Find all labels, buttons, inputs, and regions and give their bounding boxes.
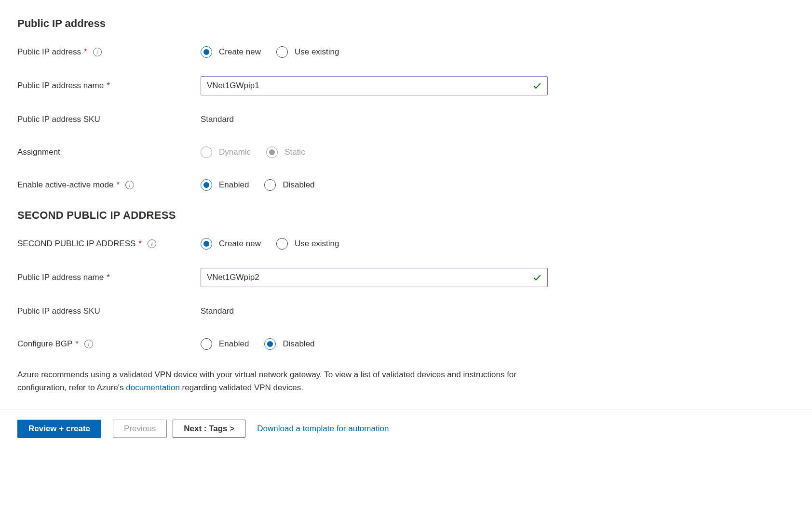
section-public-ip-title: Public IP address [17, 17, 795, 30]
public-ip-create-new-radio[interactable]: Create new [201, 46, 261, 58]
download-template-link[interactable]: Download a template for automation [257, 424, 389, 434]
radio-circle-icon [264, 179, 276, 191]
radio-circle-icon [266, 146, 278, 158]
radio-circle-icon [276, 46, 288, 58]
second-pip-name-label: Public IP address name [17, 273, 104, 282]
public-ip-use-existing-radio[interactable]: Use existing [276, 46, 339, 58]
required-marker: * [84, 47, 87, 57]
second-pip-use-existing-radio[interactable]: Use existing [276, 238, 339, 250]
public-ip-sku-label: Public IP address SKU [17, 115, 100, 124]
radio-label: Create new [219, 47, 261, 57]
assignment-static-radio: Static [266, 146, 305, 158]
radio-label: Create new [219, 239, 261, 249]
bgp-disabled-radio[interactable]: Disabled [264, 338, 314, 350]
radio-circle-icon [201, 238, 212, 250]
configure-bgp-label: Configure BGP [17, 339, 72, 349]
radio-circle-icon [201, 338, 212, 350]
review-create-button[interactable]: Review + create [17, 420, 101, 438]
info-icon[interactable] [148, 239, 156, 248]
info-paragraph: Azure recommends using a validated VPN d… [17, 368, 543, 394]
active-active-disabled-radio[interactable]: Disabled [264, 179, 314, 191]
public-ip-name-label: Public IP address name [17, 81, 104, 91]
wizard-footer: Review + create Previous Next : Tags > D… [0, 410, 812, 448]
radio-circle-icon [264, 338, 276, 350]
bgp-enabled-radio[interactable]: Enabled [201, 338, 249, 350]
public-ip-name-input[interactable] [201, 76, 548, 95]
radio-circle-icon [201, 179, 212, 191]
info-icon[interactable] [125, 181, 134, 189]
required-marker: * [138, 239, 142, 249]
info-text-part2: regarding validated VPN devices. [180, 383, 303, 392]
previous-button[interactable]: Previous [113, 420, 167, 438]
assignment-dynamic-radio: Dynamic [201, 146, 251, 158]
second-pip-name-input[interactable] [201, 268, 548, 287]
checkmark-icon [532, 81, 542, 91]
active-active-enabled-radio[interactable]: Enabled [201, 179, 249, 191]
second-pip-label: SECOND PUBLIC IP ADDRESS [17, 239, 135, 249]
next-tags-button[interactable]: Next : Tags > [173, 420, 245, 438]
radio-label: Disabled [283, 339, 314, 349]
second-pip-sku-label: Public IP address SKU [17, 306, 100, 316]
assignment-label: Assignment [17, 147, 60, 157]
required-marker: * [107, 81, 110, 91]
checkmark-icon [532, 273, 542, 282]
active-active-label: Enable active-active mode [17, 180, 113, 190]
section-second-pip-title: SECOND PUBLIC IP ADDRESS [17, 209, 795, 222]
info-icon[interactable] [93, 48, 102, 56]
radio-label: Static [284, 147, 305, 157]
required-marker: * [107, 273, 110, 282]
public-ip-sku-value: Standard [201, 115, 234, 124]
radio-label: Dynamic [219, 147, 251, 157]
second-pip-create-new-radio[interactable]: Create new [201, 238, 261, 250]
radio-label: Enabled [219, 339, 249, 349]
radio-label: Use existing [295, 47, 339, 57]
radio-circle-icon [201, 146, 212, 158]
radio-label: Enabled [219, 180, 249, 190]
second-pip-sku-value: Standard [201, 306, 234, 316]
required-marker: * [116, 180, 120, 190]
radio-label: Use existing [295, 239, 339, 249]
documentation-link[interactable]: documentation [126, 383, 180, 392]
radio-circle-icon [201, 46, 212, 58]
info-icon[interactable] [84, 340, 93, 348]
public-ip-label: Public IP address [17, 47, 81, 57]
radio-circle-icon [276, 238, 288, 250]
radio-label: Disabled [283, 180, 314, 190]
required-marker: * [75, 339, 79, 349]
